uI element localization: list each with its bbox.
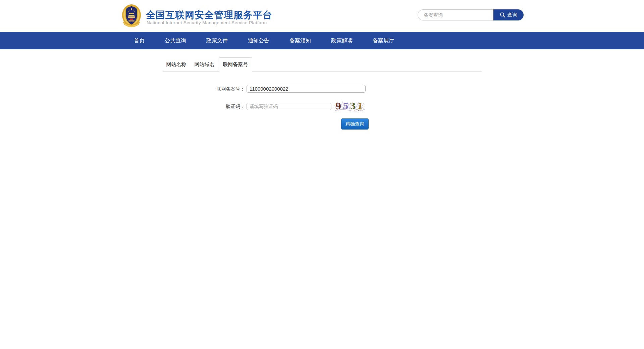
tab-website-domain[interactable]: 网站域名 xyxy=(191,58,218,71)
record-number-input[interactable] xyxy=(247,85,366,93)
record-number-label: 联网备案号： xyxy=(176,85,245,93)
captcha-image[interactable]: 9 5 3 1 xyxy=(334,100,365,111)
search-button-label: 查询 xyxy=(507,12,518,18)
search-input[interactable] xyxy=(418,9,493,20)
search-icon xyxy=(500,12,505,18)
nav-item-policy-documents[interactable]: 政策文件 xyxy=(206,37,228,44)
nav-item-filing-instructions[interactable]: 备案须知 xyxy=(289,37,311,44)
captcha-digit-1: 9 xyxy=(335,101,342,111)
query-tabs: 网站名称 网站域名 联网备案号 xyxy=(163,57,482,72)
nav-item-filing-hall[interactable]: 备案展厅 xyxy=(373,37,394,44)
tab-record-number[interactable]: 联网备案号 xyxy=(219,57,252,72)
captcha-digit-4: 1 xyxy=(357,101,364,111)
nav-item-public-query[interactable]: 公共查询 xyxy=(165,37,186,44)
captcha-digit-2: 5 xyxy=(342,101,349,111)
nav-item-notices[interactable]: 通知公告 xyxy=(248,37,269,44)
search-button[interactable]: 查询 xyxy=(493,9,524,20)
captcha-label: 验证码： xyxy=(176,103,245,110)
captcha-input[interactable] xyxy=(247,103,331,110)
captcha-digit-3: 3 xyxy=(350,101,356,111)
police-badge-logo xyxy=(121,4,142,28)
main-content: 网站名称 网站域名 联网备案号 联网备案号： 验证码： 9 5 3 1 精确查询 xyxy=(0,49,644,349)
tab-website-name[interactable]: 网站名称 xyxy=(163,58,190,71)
query-form: 联网备案号： 验证码： 9 5 3 1 精确查询 xyxy=(0,72,644,273)
main-nav: 首页 公共查询 政策文件 通知公告 备案须知 政策解读 备案展厅 xyxy=(0,32,644,49)
precise-query-button[interactable]: 精确查询 xyxy=(341,118,369,130)
nav-item-home[interactable]: 首页 xyxy=(134,37,145,44)
site-subtitle: National Internet Security Management Se… xyxy=(147,20,267,25)
header: 全国互联网安全管理服务平台 National Internet Security… xyxy=(0,0,644,32)
header-search: 查询 xyxy=(418,9,524,20)
site-title: 全国互联网安全管理服务平台 xyxy=(146,9,272,21)
nav-item-policy-interpretation[interactable]: 政策解读 xyxy=(331,37,353,44)
